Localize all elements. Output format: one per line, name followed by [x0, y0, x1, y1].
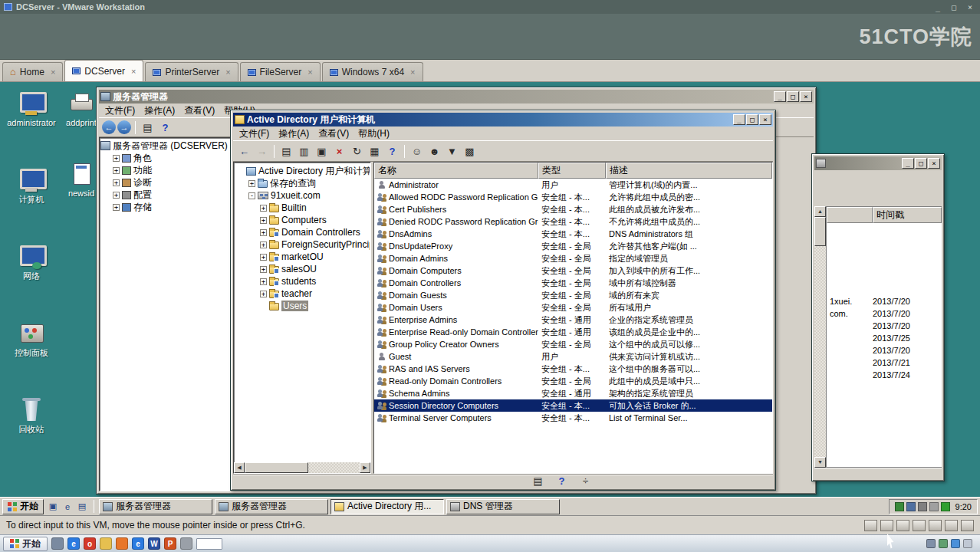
properties-icon[interactable]: ▥ [296, 143, 312, 159]
scrollbar-track[interactable] [814, 217, 826, 457]
vm-tab-windows-7-x64[interactable]: Windows 7 x64× [322, 62, 423, 81]
table-row[interactable]: Terminal Server Computers安全组 - 本...List … [374, 412, 772, 424]
tree-item-computers[interactable]: +Computers [235, 214, 370, 226]
minimize-button[interactable]: _ [774, 91, 786, 102]
column-header-timestamp[interactable]: 时间戳 [873, 207, 942, 223]
scrollbar-thumb[interactable] [814, 217, 826, 246]
tree-item-foreign-security-principals[interactable]: +ForeignSecurityPrincipals [235, 238, 370, 251]
menu-file[interactable]: 文件(F) [235, 127, 274, 140]
vm-tab-fileserver[interactable]: FileServer× [240, 62, 321, 81]
help-icon[interactable]: ? [554, 474, 570, 489]
taskbar-folder-icon[interactable] [100, 537, 112, 550]
expand-icon[interactable]: + [113, 192, 120, 199]
tree-item-saved-queries[interactable]: +保存的查询 [235, 177, 370, 189]
expand-icon[interactable]: + [113, 204, 120, 211]
vmware-title-bar[interactable]: DCServer - VMware Workstation _ □ × [0, 0, 980, 14]
taskbar-printer-icon[interactable] [180, 537, 192, 550]
view-columns-icon[interactable]: ▩ [462, 143, 478, 159]
expand-icon[interactable]: + [113, 167, 120, 174]
expand-icon[interactable]: + [248, 180, 255, 187]
copy-icon[interactable]: ▣ [314, 143, 330, 159]
menu-view[interactable]: 查看(V) [179, 104, 219, 117]
vertical-scrollbar[interactable]: ▲ ▼ [814, 206, 826, 468]
table-row[interactable]: DnsAdmins安全组 - 本...DNS Administrators 组 [374, 228, 772, 240]
tree-item-diagnostics[interactable]: +诊断 [100, 176, 229, 189]
table-row[interactable]: Domain Guests安全组 - 全局域的所有来宾 [374, 289, 772, 301]
scrollbar-track[interactable] [245, 462, 360, 473]
floppy-icon[interactable] [896, 520, 909, 531]
close-button[interactable]: × [759, 114, 771, 125]
table-row[interactable]: Allowed RODC Password Replication Group安… [374, 191, 772, 203]
table-row[interactable]: Domain Users安全组 - 全局所有域用户 [374, 301, 772, 314]
volume-icon[interactable] [926, 539, 936, 548]
tree-item-domain-91xueit-com[interactable]: -91xueit.com [235, 189, 370, 202]
explorer-icon[interactable]: ▤ [75, 500, 89, 514]
desktop-icon-recycle-bin[interactable]: 回收站 [6, 398, 57, 475]
cdrom-icon[interactable] [880, 520, 893, 531]
ie-icon[interactable]: e [61, 500, 74, 514]
taskbar-media-player-icon[interactable]: o [84, 537, 96, 550]
taskbar-button-server-manager-1[interactable]: 服务器管理器 [99, 499, 212, 514]
tab-close-icon[interactable]: × [410, 67, 415, 77]
desktop-icon-network[interactable]: 网络 [6, 245, 57, 321]
help-icon[interactable]: ? [384, 143, 400, 159]
scroll-left-icon[interactable]: ◀ [234, 462, 245, 473]
minimize-button[interactable]: _ [902, 158, 914, 169]
taskbar-ie-icon[interactable]: e [67, 537, 80, 550]
table-row[interactable]: com.2013/7/20 [827, 307, 942, 320]
table-row[interactable]: 1xuei.2013/7/20 [827, 295, 942, 307]
close-button[interactable]: × [800, 91, 812, 102]
table-row[interactable]: Session Directory Computers安全组 - 本...可加入… [374, 399, 772, 412]
help-icon[interactable]: ? [157, 120, 173, 135]
expand-icon[interactable]: + [260, 278, 267, 285]
show-desktop-icon[interactable]: ▣ [46, 500, 60, 514]
table-row[interactable]: Domain Controllers安全组 - 全局域中所有域控制器 [374, 277, 772, 289]
shield-icon[interactable] [941, 502, 950, 511]
active-directory-title-bar[interactable]: Active Directory 用户和计算机 _□× [233, 113, 773, 127]
filter-icon[interactable]: ▼ [444, 143, 460, 159]
start-button[interactable]: 开始 [2, 499, 44, 514]
server-manager-title-bar[interactable]: 服务器管理器 _□× [99, 90, 814, 104]
back-icon[interactable]: ← [236, 143, 252, 159]
taskbar-firefox-icon[interactable] [116, 537, 128, 550]
maximize-button[interactable]: □ [787, 91, 799, 102]
tree-item-sales-ou[interactable]: +salesOU [235, 263, 370, 275]
table-row[interactable]: Schema Admins安全组 - 通用架构的指定系统管理员 [374, 387, 772, 399]
expand-icon[interactable]: + [260, 266, 267, 273]
show-console-tree-icon[interactable]: ▤ [140, 120, 156, 135]
tree-item-server-manager-root[interactable]: 服务器管理器 (DCSERVER) [100, 140, 229, 152]
table-row[interactable]: 2013/7/25 [827, 332, 942, 344]
minimize-button[interactable]: _ [733, 114, 745, 125]
expand-icon[interactable]: + [113, 155, 120, 162]
tree-item-roles[interactable]: +角色 [100, 152, 229, 164]
vmware-tools-icon[interactable] [895, 502, 904, 511]
taskbar-powerpoint-icon[interactable]: P [164, 537, 176, 550]
table-row[interactable]: Cert Publishers安全组 - 本...此组的成员被允许发布... [374, 203, 772, 215]
maximize-button[interactable]: □ [746, 114, 758, 125]
menu-view[interactable]: 查看(V) [314, 127, 354, 140]
update-icon[interactable] [951, 539, 960, 548]
tree-item-ad-root[interactable]: Active Directory 用户和计算机 [235, 165, 370, 177]
server-status-icon[interactable] [929, 502, 939, 511]
vm-desktop[interactable]: administrator计算机网络控制面板回收站 addprintnewsid… [0, 82, 980, 515]
expand-icon[interactable]: + [260, 242, 267, 248]
forward-icon[interactable]: → [117, 120, 131, 134]
sound-icon[interactable] [945, 520, 958, 531]
tree-item-builtin[interactable]: +Builtin [235, 202, 370, 214]
close-button[interactable]: × [928, 158, 940, 169]
vm-tab-printerserver[interactable]: PrinterServer× [145, 62, 238, 81]
show-console-tree-icon[interactable]: ▤ [278, 143, 294, 159]
network-icon[interactable] [939, 539, 948, 548]
table-row[interactable]: Domain Admins安全组 - 全局指定的域管理员 [374, 252, 772, 264]
tab-close-icon[interactable]: × [131, 67, 136, 76]
column-header-name[interactable]: 名称 [374, 163, 538, 179]
display-icon[interactable] [961, 520, 974, 531]
table-row[interactable]: Domain Computers安全组 - 全局加入到域中的所有工作... [374, 264, 772, 277]
menu-action[interactable]: 操作(A) [140, 104, 179, 117]
column-header-type[interactable]: 类型 [538, 163, 606, 179]
delete-icon[interactable]: × [331, 143, 347, 159]
column-header-name[interactable] [827, 207, 873, 223]
ime-icon[interactable] [963, 539, 972, 548]
vm-tab-home[interactable]: ⌂Home× [2, 62, 63, 81]
maximize-button[interactable]: □ [915, 158, 927, 169]
